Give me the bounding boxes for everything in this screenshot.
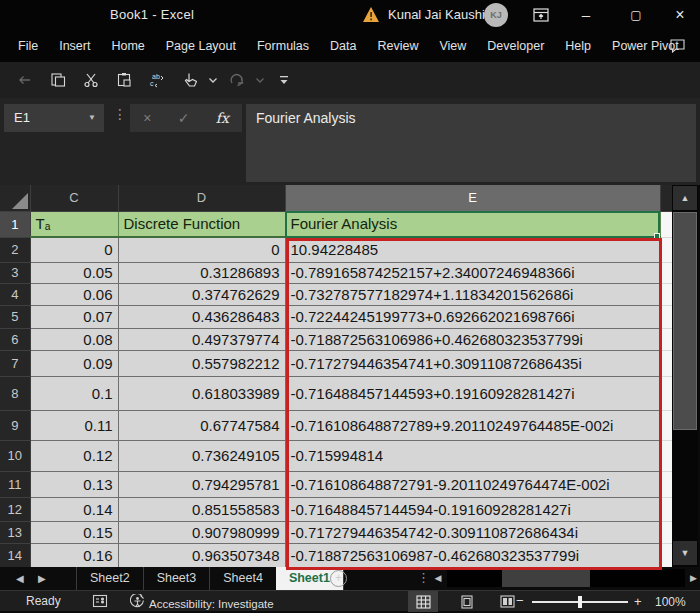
cell-E6[interactable]: -0.718872563106986+0.462680323537799i — [285, 328, 660, 350]
menu-tab-review[interactable]: Review — [377, 39, 418, 53]
cell-F8[interactable] — [660, 376, 672, 410]
row-header-14[interactable]: 14 — [0, 543, 30, 567]
comment-icon[interactable] — [669, 38, 686, 57]
vertical-scrollbar-thumb[interactable] — [673, 212, 697, 430]
horizontal-scrollbar[interactable] — [447, 569, 685, 587]
cell-C6[interactable]: 0.08 — [30, 328, 118, 350]
scroll-up-icon[interactable]: ▲ — [673, 186, 697, 210]
cell-D6[interactable]: 0.497379774 — [118, 328, 285, 350]
insert-function-icon[interactable]: fx — [216, 110, 229, 126]
select-all-corner[interactable] — [0, 185, 30, 211]
cell-D10[interactable]: 0.736249105 — [118, 440, 285, 471]
cell-E2[interactable]: 10.94228485 — [285, 237, 660, 262]
cell-C4[interactable]: 0.06 — [30, 283, 118, 305]
cell-F14[interactable] — [660, 543, 672, 567]
cell-C10[interactable]: 0.12 — [30, 440, 118, 471]
column-header-D[interactable]: D — [118, 185, 285, 211]
normal-view-button[interactable] — [408, 591, 438, 612]
cell-C11[interactable]: 0.13 — [30, 471, 118, 497]
menu-tab-help[interactable]: Help — [565, 39, 591, 53]
page-layout-view-button[interactable] — [452, 591, 482, 612]
cell-C3[interactable]: 0.05 — [30, 262, 118, 283]
cell-E7[interactable]: -0.717279446354741+0.309110872686435i — [285, 350, 660, 376]
menu-tab-insert[interactable]: Insert — [59, 39, 90, 53]
cell-E3[interactable]: -0.789165874252157+2.34007246948366i — [285, 262, 660, 283]
cell-F11[interactable] — [660, 471, 672, 497]
name-box-dropdown-icon[interactable]: ▼ — [88, 104, 96, 132]
zoom-slider-thumb[interactable] — [578, 596, 582, 608]
sheet-tab-sheet2[interactable]: Sheet2 — [76, 567, 143, 590]
minimize-button[interactable]: – — [566, 0, 606, 30]
ribbon-display-options-icon[interactable] — [532, 6, 550, 28]
close-button[interactable]: × — [660, 0, 700, 30]
cell-E13[interactable]: -0.717279446354742-0.309110872686434i — [285, 521, 660, 543]
cell-F4[interactable] — [660, 283, 672, 305]
accessibility-status[interactable]: Accessibility: Investigate — [130, 594, 274, 613]
cell-E5[interactable]: -0.72244245199773+0.692662021698766i — [285, 305, 660, 328]
row-header-3[interactable]: 3 — [0, 262, 30, 283]
cell-E12[interactable]: -0.716488457144594-0.19160928281427i — [285, 497, 660, 521]
horizontal-scrollbar-thumb[interactable] — [502, 569, 590, 587]
column-header-E[interactable]: E — [285, 185, 660, 211]
sheet-tab-sheet3[interactable]: Sheet3 — [143, 567, 210, 590]
row-header-9[interactable]: 9 — [0, 410, 30, 440]
hscroll-right-icon[interactable]: ▶ — [687, 567, 700, 590]
cancel-entry-icon[interactable]: × — [143, 110, 151, 126]
cell-C7[interactable]: 0.09 — [30, 350, 118, 376]
cell-F5[interactable] — [660, 305, 672, 328]
menu-tab-view[interactable]: View — [439, 39, 466, 53]
cell-F2[interactable] — [660, 237, 672, 262]
zoom-out-button[interactable]: − — [516, 593, 524, 608]
cell-E8[interactable]: -0.716488457144593+0.19160928281427i — [285, 376, 660, 410]
cell-F7[interactable] — [660, 350, 672, 376]
column-header-F-sliver[interactable] — [660, 185, 672, 211]
menu-tab-home[interactable]: Home — [111, 39, 144, 53]
row-header-13[interactable]: 13 — [0, 521, 30, 543]
cell-F3[interactable] — [660, 262, 672, 283]
cell-E11[interactable]: -0.716108648872791-9.20110249764474E-002… — [285, 471, 660, 497]
chevron-down-icon[interactable] — [253, 67, 267, 93]
menu-tab-developer[interactable]: Developer — [487, 39, 544, 53]
cell-D12[interactable]: 0.851558583 — [118, 497, 285, 521]
customize-toolbar-icon[interactable] — [271, 67, 297, 93]
cell-F13[interactable] — [660, 521, 672, 543]
cell-D1[interactable]: Discrete Function — [118, 211, 285, 237]
redo-icon[interactable] — [224, 67, 250, 93]
row-header-11[interactable]: 11 — [0, 471, 30, 497]
column-header-C[interactable]: C — [30, 185, 118, 211]
row-header-7[interactable]: 7 — [0, 350, 30, 376]
menu-tab-data[interactable]: Data — [330, 39, 356, 53]
confirm-entry-icon[interactable]: ✓ — [178, 110, 190, 126]
scroll-down-icon[interactable]: ▼ — [673, 541, 697, 565]
zoom-slider[interactable] — [532, 601, 628, 603]
cell-E1[interactable]: Fourier Analysis — [285, 211, 660, 237]
cell-C1[interactable]: Tₐ — [30, 211, 118, 237]
vertical-scrollbar[interactable]: ▲ ▼ — [672, 185, 698, 567]
cell-F1[interactable] — [660, 211, 672, 237]
cut-icon[interactable] — [78, 67, 104, 93]
tab-bar-dots[interactable]: ⋮ — [417, 570, 430, 585]
warning-icon[interactable] — [362, 6, 380, 27]
tab-scroll-right-icon[interactable]: ▶ — [38, 567, 46, 590]
cell-C8[interactable]: 0.1 — [30, 376, 118, 410]
row-header-4[interactable]: 4 — [0, 283, 30, 305]
menu-tab-page-layout[interactable]: Page Layout — [166, 39, 236, 53]
cell-C14[interactable]: 0.16 — [30, 543, 118, 567]
back-arrow-icon[interactable] — [12, 67, 38, 93]
cell-C13[interactable]: 0.15 — [30, 521, 118, 543]
cell-D13[interactable]: 0.907980999 — [118, 521, 285, 543]
cell-E10[interactable]: -0.715994814 — [285, 440, 660, 471]
row-header-12[interactable]: 12 — [0, 497, 30, 521]
cell-D8[interactable]: 0.618033989 — [118, 376, 285, 410]
cell-F10[interactable] — [660, 440, 672, 471]
row-header-6[interactable]: 6 — [0, 328, 30, 350]
account-name[interactable]: Kunal Jai Kaushik — [388, 7, 491, 22]
avatar[interactable]: KJ — [484, 3, 508, 27]
cell-F12[interactable] — [660, 497, 672, 521]
cell-C9[interactable]: 0.11 — [30, 410, 118, 440]
sheet-tab-sheet4[interactable]: Sheet4 — [209, 567, 276, 590]
cell-E4[interactable]: -0.732787577182974+1.11834201562686i — [285, 283, 660, 305]
row-header-2[interactable]: 2 — [0, 237, 30, 262]
cell-F9[interactable] — [660, 410, 672, 440]
cell-E14[interactable]: -0.718872563106987-0.462680323537799i — [285, 543, 660, 567]
